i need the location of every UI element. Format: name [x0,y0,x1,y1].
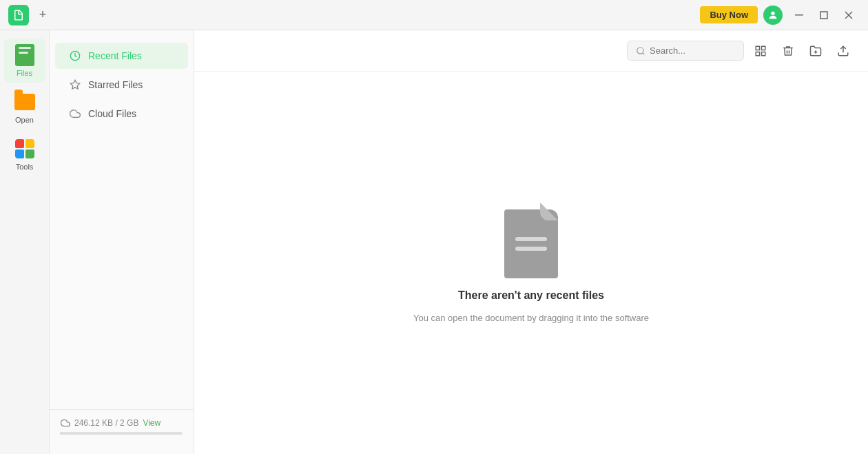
cloud-files-label: Cloud Files [88,108,136,119]
close-button[interactable] [838,6,860,25]
svg-point-7 [637,47,643,53]
empty-state-title: There aren't any recent files [458,289,604,302]
titlebar: + Buy Now [0,0,868,30]
svg-rect-1 [795,14,803,16]
upload-button[interactable] [832,40,854,62]
storage-progress-fill [61,432,61,435]
tools-nav-icon [14,138,36,160]
empty-state-subtitle: You can open the document by dragging it… [413,313,649,323]
add-tab-button[interactable]: + [34,7,51,23]
file-sidebar: Recent Files Starred Files Cloud Files [50,30,194,454]
svg-rect-12 [762,52,765,55]
open-nav-icon [14,91,36,113]
sidebar-footer: 246.12 KB / 2 GB View [50,409,194,443]
recent-files-nav[interactable]: Recent Files [55,43,188,69]
starred-files-label: Starred Files [88,79,143,90]
storage-used-label: 246.12 KB / 2 GB [74,418,138,428]
storage-view-link[interactable]: View [143,418,161,428]
svg-line-8 [643,52,645,54]
cloud-files-icon [69,107,81,120]
grid-view-button[interactable] [750,40,772,62]
restore-button[interactable] [813,6,835,25]
recent-files-icon [69,50,81,62]
svg-rect-10 [762,46,765,50]
search-box[interactable] [627,41,744,61]
main-content: There aren't any recent files You can op… [194,30,868,454]
window-controls [788,6,860,25]
delete-button[interactable] [777,40,799,62]
svg-rect-9 [756,46,759,50]
search-icon [636,46,645,56]
empty-state-icon [500,203,562,278]
search-input[interactable] [650,45,732,56]
svg-point-0 [771,11,774,14]
icon-sidebar: Files Open Tools [0,30,50,454]
open-nav-label: Open [15,116,34,124]
titlebar-right: Buy Now [700,6,860,25]
toolbar [194,30,868,72]
starred-files-nav[interactable]: Starred Files [55,72,188,98]
recent-files-label: Recent Files [88,50,142,61]
tools-nav-label: Tools [16,163,34,171]
svg-rect-2 [820,12,827,19]
storage-progress-bar [61,432,183,435]
files-nav-label: Files [17,69,32,77]
app-body: Files Open Tools [0,30,868,454]
sidebar-item-open[interactable]: Open [4,85,45,130]
cloud-files-nav[interactable]: Cloud Files [55,101,188,127]
new-folder-button[interactable] [805,40,827,62]
minimize-button[interactable] [788,6,810,25]
starred-files-icon [69,79,81,91]
svg-rect-11 [756,52,759,55]
app-logo [8,5,29,25]
user-avatar[interactable] [763,6,783,25]
svg-marker-6 [70,80,79,89]
sidebar-item-tools[interactable]: Tools [4,132,45,176]
files-nav-icon [14,44,36,66]
titlebar-left: + [8,5,51,25]
buy-now-button[interactable]: Buy Now [700,6,758,23]
cloud-storage-icon [61,418,70,428]
sidebar-item-files[interactable]: Files [4,39,45,83]
content-area: There aren't any recent files You can op… [194,72,868,454]
storage-info: 246.12 KB / 2 GB View [61,418,183,428]
